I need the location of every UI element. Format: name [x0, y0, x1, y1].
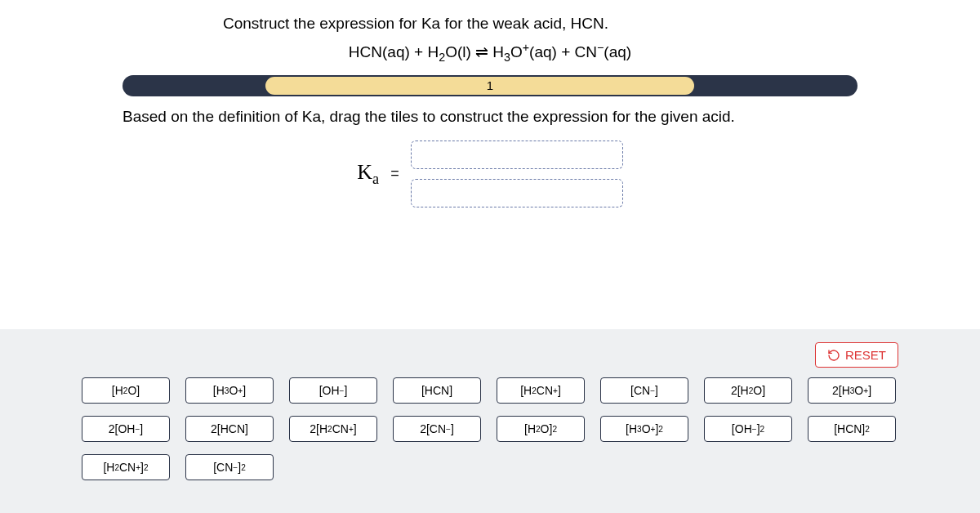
numerator-dropzone[interactable] — [411, 141, 623, 169]
tile-h2o[interactable]: [H2O] — [82, 377, 170, 404]
undo-icon — [827, 349, 840, 362]
tile-hcn-sq[interactable]: [HCN]2 — [808, 416, 896, 442]
reset-label: RESET — [845, 348, 886, 362]
tile-2h3o-plus[interactable]: 2[H3O+] — [808, 377, 896, 404]
equals-sign: = — [390, 165, 399, 182]
fraction-dropzone — [411, 141, 623, 207]
tile-h2cn-plus-sq[interactable]: [H2CN+]2 — [82, 454, 170, 480]
tile-2hcn[interactable]: 2[HCN] — [185, 416, 274, 442]
tile-oh-minus[interactable]: [OH−] — [289, 377, 377, 404]
tile-oh-minus-sq[interactable]: [OH−]2 — [704, 416, 792, 442]
tile-cn-minus-sq[interactable]: [CN−]2 — [185, 454, 274, 480]
denominator-dropzone[interactable] — [411, 179, 623, 207]
tile-h2cn-plus[interactable]: [H2CN+] — [497, 377, 585, 404]
tile-2cn-minus[interactable]: 2[CN−] — [393, 416, 481, 442]
tile-2oh-minus[interactable]: 2[OH−] — [82, 416, 170, 442]
ka-label: Ka — [357, 160, 379, 188]
tile-h3o-plus-sq[interactable]: [H3O+]2 — [600, 416, 688, 442]
tile-h3o-plus[interactable]: [H3O+] — [185, 377, 274, 404]
progress-bar: 1 — [122, 75, 858, 96]
question-prompt: Construct the expression for Ka for the … — [223, 15, 980, 33]
tile-cn-minus[interactable]: [CN−] — [600, 377, 688, 404]
tile-hcn[interactable]: [HCN] — [393, 377, 481, 404]
tile-h2o-sq[interactable]: [H2O]2 — [497, 416, 585, 442]
chemical-equation: HCN(aq) + H2O(l) ⇌ H3O+(aq) + CN−(aq) — [0, 41, 980, 64]
ka-expression-row: Ka = — [0, 141, 980, 207]
tile-2h2o[interactable]: 2[H2O] — [704, 377, 792, 404]
tile-2h2cn-plus[interactable]: 2[H2CN+] — [289, 416, 377, 442]
tile-palette-area: RESET [H2O][H3O+][OH−][HCN][H2CN+][CN−]2… — [0, 329, 980, 513]
instruction-text: Based on the definition of Ka, drag the … — [122, 106, 858, 127]
progress-step-label: 1 — [122, 75, 858, 96]
reset-button[interactable]: RESET — [815, 342, 898, 368]
tile-grid: [H2O][H3O+][OH−][HCN][H2CN+][CN−]2[H2O]2… — [82, 377, 898, 480]
